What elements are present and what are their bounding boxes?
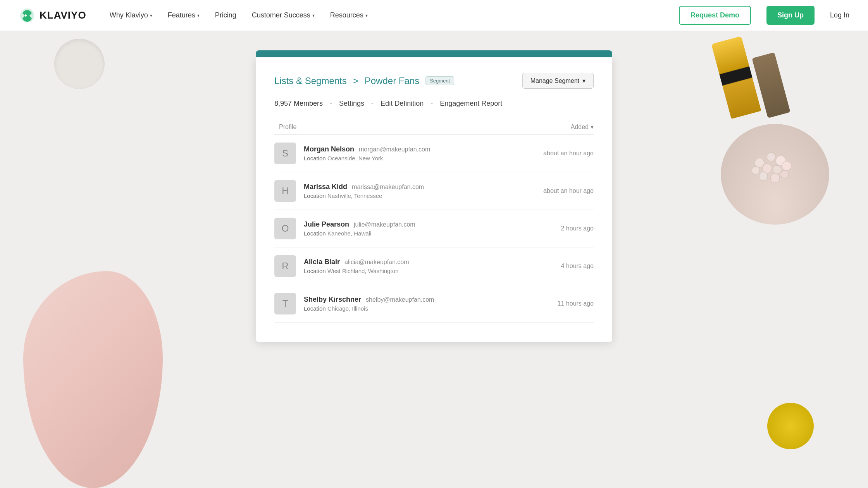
- avatar: S: [274, 143, 296, 164]
- breadcrumb-separator: >: [353, 76, 358, 86]
- table-row[interactable]: H Marissa Kidd marissa@makeupfan.com Loc…: [274, 172, 594, 210]
- location-value: Nashville, Tennessee: [327, 192, 382, 199]
- klaviyo-logo-icon: [19, 7, 36, 24]
- member-name: Julie Pearson: [304, 220, 349, 229]
- panel: Lists & Segments > Powder Fans Segment M…: [256, 57, 612, 342]
- member-info: Marissa Kidd marissa@makeupfan.com Locat…: [304, 183, 536, 199]
- location-label: Location: [304, 268, 326, 274]
- members-list: S Morgan Nelson morgan@makeupfan.com Loc…: [274, 135, 594, 323]
- member-location: Location West Richland, Washington: [304, 268, 553, 274]
- svg-point-7: [759, 172, 768, 180]
- nav-customer-success-label: Customer Success: [252, 11, 310, 19]
- table-row[interactable]: S Morgan Nelson morgan@makeupfan.com Loc…: [274, 135, 594, 172]
- table-row[interactable]: O Julie Pearson julie@makeupfan.com Loca…: [274, 210, 594, 247]
- svg-point-8: [770, 174, 780, 183]
- avatar: O: [274, 218, 296, 239]
- svg-point-3: [763, 164, 772, 173]
- location-label: Location: [304, 305, 326, 312]
- decorative-pill: [54, 39, 105, 89]
- svg-point-5: [752, 167, 760, 174]
- nav-customer-success[interactable]: Customer Success ▾: [252, 11, 315, 19]
- member-name: Marissa Kidd: [304, 183, 347, 191]
- member-email: morgan@makeupfan.com: [359, 146, 430, 153]
- logo[interactable]: KLAVIYO: [19, 7, 86, 24]
- nav-why-klaviyo-label: Why Klaviyo: [110, 11, 148, 19]
- nav-why-klaviyo[interactable]: Why Klaviyo ▾: [110, 11, 152, 19]
- member-location: Location Nashville, Tennessee: [304, 192, 536, 199]
- navbar: KLAVIYO Why Klaviyo ▾ Features ▾ Pricing…: [0, 0, 868, 31]
- member-added-time: about an hour ago: [543, 150, 594, 157]
- nav-pricing[interactable]: Pricing: [215, 11, 236, 19]
- member-email: marissa@makeupfan.com: [352, 184, 424, 191]
- member-name: Alicia Blair: [304, 258, 340, 266]
- location-label: Location: [304, 155, 326, 162]
- sort-icon: ▾: [591, 123, 594, 131]
- member-info: Shelby Kirschner shelby@makeupfan.com Lo…: [304, 296, 550, 312]
- table-row[interactable]: R Alicia Blair alicia@makeupfan.com Loca…: [274, 247, 594, 285]
- breadcrumb-lists-segments[interactable]: Lists & Segments: [274, 76, 347, 86]
- chevron-down-icon: ▾: [312, 13, 315, 18]
- logo-text: KLAVIYO: [40, 9, 86, 21]
- decorative-pouch: [23, 271, 163, 488]
- member-email: alicia@makeupfan.com: [344, 259, 409, 266]
- dropdown-arrow-icon: ▾: [582, 77, 586, 84]
- member-name-row: Morgan Nelson morgan@makeupfan.com: [304, 145, 536, 153]
- nav-pricing-label: Pricing: [215, 11, 236, 19]
- edit-definition-link[interactable]: Edit Definition: [381, 100, 424, 108]
- svg-point-1: [767, 153, 775, 161]
- member-location: Location Kaneohe, Hawaii: [304, 230, 553, 237]
- member-email: julie@makeupfan.com: [354, 221, 415, 228]
- member-name: Shelby Kirschner: [304, 296, 361, 304]
- member-info: Alicia Blair alicia@makeupfan.com Locati…: [304, 258, 553, 274]
- panel-wrapper: Lists & Segments > Powder Fans Segment M…: [256, 50, 612, 342]
- member-added-time: about an hour ago: [543, 187, 594, 194]
- member-name: Morgan Nelson: [304, 145, 354, 153]
- separator-2: -: [371, 100, 374, 108]
- segment-badge: Segment: [425, 76, 454, 85]
- member-added-time: 2 hours ago: [561, 225, 594, 232]
- svg-point-6: [782, 161, 791, 170]
- decorative-pearls-bowl: [721, 124, 829, 225]
- member-name-row: Marissa Kidd marissa@makeupfan.com: [304, 183, 536, 191]
- location-value: Kaneohe, Hawaii: [327, 230, 371, 237]
- location-value: Oceanside, New York: [327, 155, 383, 162]
- col-header-profile: Profile: [279, 124, 296, 131]
- members-count: 8,957 Members: [274, 100, 323, 108]
- separator-3: -: [431, 100, 433, 108]
- decorative-lipstick: [711, 36, 761, 119]
- avatar: T: [274, 293, 296, 314]
- panel-title-row: Lists & Segments > Powder Fans Segment M…: [274, 73, 594, 89]
- nav-resources-label: Resources: [330, 11, 363, 19]
- separator-1: -: [330, 100, 332, 108]
- location-label: Location: [304, 230, 326, 237]
- member-name-row: Julie Pearson julie@makeupfan.com: [304, 220, 553, 229]
- location-value: West Richland, Washington: [327, 268, 398, 274]
- member-email: shelby@makeupfan.com: [366, 296, 434, 303]
- sign-up-button[interactable]: Sign Up: [766, 6, 815, 25]
- member-added-time: 4 hours ago: [561, 263, 594, 270]
- avatar: H: [274, 180, 296, 202]
- avatar: R: [274, 255, 296, 277]
- request-demo-button[interactable]: Request Demo: [679, 6, 751, 25]
- table-row[interactable]: T Shelby Kirschner shelby@makeupfan.com …: [274, 285, 594, 323]
- nav-features-label: Features: [168, 11, 195, 19]
- col-header-added[interactable]: Added ▾: [571, 123, 594, 131]
- member-name-row: Alicia Blair alicia@makeupfan.com: [304, 258, 553, 266]
- member-location: Location Oceanside, New York: [304, 155, 536, 162]
- nav-features[interactable]: Features ▾: [168, 11, 200, 19]
- panel-header-bar: [256, 50, 612, 57]
- member-added-time: 11 hours ago: [558, 300, 594, 307]
- table-header: Profile Added ▾: [274, 119, 594, 135]
- settings-link[interactable]: Settings: [339, 100, 364, 108]
- member-info: Morgan Nelson morgan@makeupfan.com Locat…: [304, 145, 536, 162]
- nav-resources[interactable]: Resources ▾: [330, 11, 368, 19]
- member-name-row: Shelby Kirschner shelby@makeupfan.com: [304, 296, 550, 304]
- engagement-report-link[interactable]: Engagement Report: [440, 100, 502, 108]
- log-in-link[interactable]: Log In: [830, 11, 849, 19]
- pearls-svg: [721, 124, 829, 225]
- manage-segment-button[interactable]: Manage Segment ▾: [522, 73, 594, 89]
- member-info: Julie Pearson julie@makeupfan.com Locati…: [304, 220, 553, 237]
- location-label: Location: [304, 192, 326, 199]
- breadcrumb-current: Powder Fans: [365, 76, 419, 86]
- chevron-down-icon: ▾: [197, 13, 200, 18]
